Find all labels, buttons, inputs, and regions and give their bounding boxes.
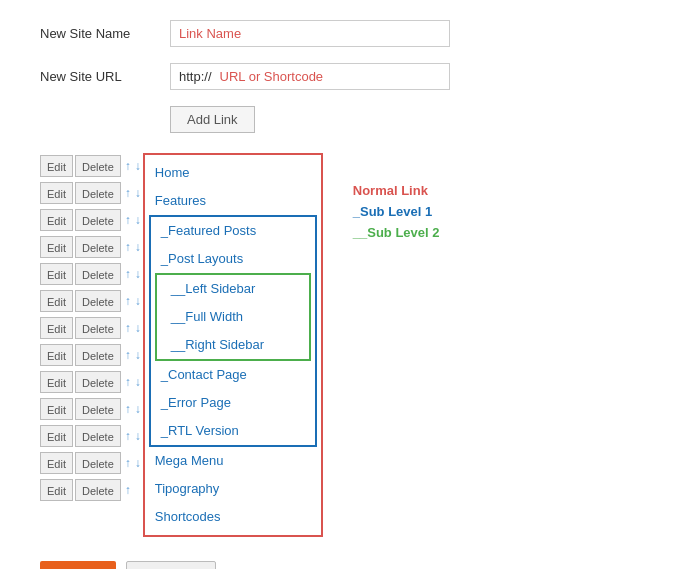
delete-button-10[interactable]: Delete bbox=[75, 398, 121, 420]
arrow-up-5[interactable]: ↑ bbox=[123, 267, 133, 281]
site-url-label: New Site URL bbox=[40, 69, 170, 84]
arrow-down-3[interactable]: ↓ bbox=[133, 213, 143, 227]
delete-button-11[interactable]: Delete bbox=[75, 425, 121, 447]
menu-item-home[interactable]: Home bbox=[145, 159, 321, 187]
edit-button-6[interactable]: Edit bbox=[40, 290, 73, 312]
action-row: Edit Delete ↑ ↓ bbox=[40, 396, 143, 422]
delete-button-7[interactable]: Delete bbox=[75, 317, 121, 339]
edit-button-7[interactable]: Edit bbox=[40, 317, 73, 339]
arrow-down-12[interactable]: ↓ bbox=[133, 456, 143, 470]
arrow-up-11[interactable]: ↑ bbox=[123, 429, 133, 443]
arrow-up-12[interactable]: ↑ bbox=[123, 456, 133, 470]
add-link-button[interactable]: Add Link bbox=[170, 106, 255, 133]
action-column: Edit Delete ↑ ↓ Edit Delete ↑ ↓ Edit Del… bbox=[40, 153, 143, 504]
delete-button-5[interactable]: Delete bbox=[75, 263, 121, 285]
edit-button-4[interactable]: Edit bbox=[40, 236, 73, 258]
action-row: Edit Delete ↑ ↓ bbox=[40, 207, 143, 233]
arrow-up-8[interactable]: ↑ bbox=[123, 348, 133, 362]
menu-item-features[interactable]: Features bbox=[145, 187, 321, 215]
url-input[interactable] bbox=[216, 64, 449, 89]
menu-item-shortcodes[interactable]: Shortcodes bbox=[145, 503, 321, 531]
action-row: Edit Delete ↑ ↓ bbox=[40, 315, 143, 341]
sub1-group: _Featured Posts _Post Layouts __Left Sid… bbox=[149, 215, 317, 447]
site-name-row: New Site Name bbox=[40, 20, 660, 47]
delete-button-1[interactable]: Delete bbox=[75, 155, 121, 177]
arrow-up-3[interactable]: ↑ bbox=[123, 213, 133, 227]
action-row: Edit Delete ↑ ↓ bbox=[40, 288, 143, 314]
edit-button-13[interactable]: Edit bbox=[40, 479, 73, 501]
site-name-input[interactable] bbox=[170, 20, 450, 47]
arrow-up-10[interactable]: ↑ bbox=[123, 402, 133, 416]
arrow-up-13[interactable]: ↑ bbox=[123, 483, 133, 497]
action-row: Edit Delete ↑ ↓ bbox=[40, 342, 143, 368]
legend-sub2: __Sub Level 2 bbox=[353, 225, 440, 240]
delete-button-3[interactable]: Delete bbox=[75, 209, 121, 231]
sub2-group: __Left Sidebar __Full Width __Right Side… bbox=[155, 273, 311, 361]
arrow-down-5[interactable]: ↓ bbox=[133, 267, 143, 281]
menu-item-contact-page[interactable]: _Contact Page bbox=[151, 361, 315, 389]
arrow-down-7[interactable]: ↓ bbox=[133, 321, 143, 335]
edit-button-8[interactable]: Edit bbox=[40, 344, 73, 366]
edit-button-12[interactable]: Edit bbox=[40, 452, 73, 474]
arrow-down-6[interactable]: ↓ bbox=[133, 294, 143, 308]
action-row: Edit Delete ↑ bbox=[40, 477, 143, 503]
edit-button-1[interactable]: Edit bbox=[40, 155, 73, 177]
arrow-down-11[interactable]: ↓ bbox=[133, 429, 143, 443]
arrow-down-8[interactable]: ↓ bbox=[133, 348, 143, 362]
url-prefix: http:// bbox=[171, 64, 216, 89]
action-row: Edit Delete ↑ ↓ bbox=[40, 261, 143, 287]
action-row: Edit Delete ↑ ↓ bbox=[40, 450, 143, 476]
arrow-up-7[interactable]: ↑ bbox=[123, 321, 133, 335]
edit-button-9[interactable]: Edit bbox=[40, 371, 73, 393]
edit-button-3[interactable]: Edit bbox=[40, 209, 73, 231]
action-row: Edit Delete ↑ ↓ bbox=[40, 180, 143, 206]
legend-column: Normal Link _Sub Level 1 __Sub Level 2 bbox=[353, 153, 440, 240]
arrow-down-1[interactable]: ↓ bbox=[133, 159, 143, 173]
menu-item-right-sidebar[interactable]: __Right Sidebar bbox=[157, 331, 309, 359]
site-name-label: New Site Name bbox=[40, 26, 170, 41]
delete-button-9[interactable]: Delete bbox=[75, 371, 121, 393]
menu-item-left-sidebar[interactable]: __Left Sidebar bbox=[157, 275, 309, 303]
edit-button-11[interactable]: Edit bbox=[40, 425, 73, 447]
edit-button-10[interactable]: Edit bbox=[40, 398, 73, 420]
footer-buttons: Save Cancel bbox=[40, 561, 660, 569]
menu-item-featured-posts[interactable]: _Featured Posts bbox=[151, 217, 315, 245]
delete-button-13[interactable]: Delete bbox=[75, 479, 121, 501]
delete-button-8[interactable]: Delete bbox=[75, 344, 121, 366]
action-row: Edit Delete ↑ ↓ bbox=[40, 369, 143, 395]
arrow-up-2[interactable]: ↑ bbox=[123, 186, 133, 200]
arrow-down-10[interactable]: ↓ bbox=[133, 402, 143, 416]
arrow-down-9[interactable]: ↓ bbox=[133, 375, 143, 389]
delete-button-4[interactable]: Delete bbox=[75, 236, 121, 258]
arrow-up-6[interactable]: ↑ bbox=[123, 294, 133, 308]
menu-item-mega-menu[interactable]: Mega Menu bbox=[145, 447, 321, 475]
legend-normal: Normal Link bbox=[353, 183, 440, 198]
edit-button-5[interactable]: Edit bbox=[40, 263, 73, 285]
menu-item-tipography[interactable]: Tipography bbox=[145, 475, 321, 503]
action-row: Edit Delete ↑ ↓ bbox=[40, 153, 143, 179]
add-link-row: Add Link bbox=[170, 106, 660, 133]
menu-item-error-page[interactable]: _Error Page bbox=[151, 389, 315, 417]
menu-item-post-layouts[interactable]: _Post Layouts bbox=[151, 245, 315, 273]
arrow-down-2[interactable]: ↓ bbox=[133, 186, 143, 200]
site-url-row: New Site URL http:// bbox=[40, 63, 660, 90]
edit-button-2[interactable]: Edit bbox=[40, 182, 73, 204]
arrow-up-4[interactable]: ↑ bbox=[123, 240, 133, 254]
legend-sub1: _Sub Level 1 bbox=[353, 204, 440, 219]
action-row: Edit Delete ↑ ↓ bbox=[40, 234, 143, 260]
action-row: Edit Delete ↑ ↓ bbox=[40, 423, 143, 449]
menu-area: Edit Delete ↑ ↓ Edit Delete ↑ ↓ Edit Del… bbox=[40, 153, 660, 537]
cancel-button[interactable]: Cancel bbox=[126, 561, 216, 569]
menu-item-rtl-version[interactable]: _RTL Version bbox=[151, 417, 315, 445]
save-button[interactable]: Save bbox=[40, 561, 116, 569]
delete-button-6[interactable]: Delete bbox=[75, 290, 121, 312]
menu-list-container: Home Features _Featured Posts _Post Layo… bbox=[143, 153, 323, 537]
arrow-up-1[interactable]: ↑ bbox=[123, 159, 133, 173]
menu-item-full-width[interactable]: __Full Width bbox=[157, 303, 309, 331]
delete-button-2[interactable]: Delete bbox=[75, 182, 121, 204]
url-input-wrapper: http:// bbox=[170, 63, 450, 90]
arrow-down-4[interactable]: ↓ bbox=[133, 240, 143, 254]
delete-button-12[interactable]: Delete bbox=[75, 452, 121, 474]
arrow-up-9[interactable]: ↑ bbox=[123, 375, 133, 389]
